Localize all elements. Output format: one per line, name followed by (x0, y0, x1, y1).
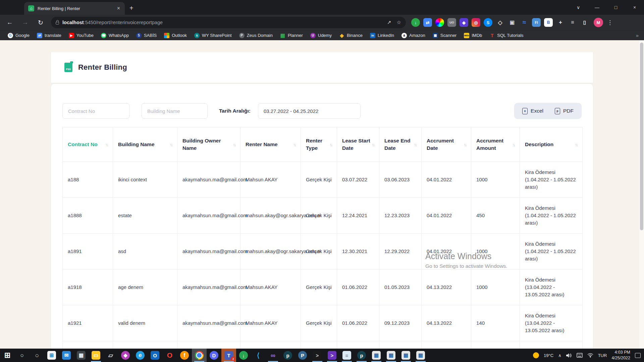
extension-icon-google-translate[interactable]: ⇄ (423, 18, 432, 27)
sort-icon[interactable]: ↑↓ (105, 142, 108, 147)
bookmark-item-wy-sharepoint[interactable]: s WY SharePoint (191, 32, 235, 39)
window-maximize-button[interactable]: □ (606, 0, 625, 15)
sort-icon[interactable]: ↑↓ (293, 142, 296, 147)
taskbar-icon-powershell[interactable]: > (325, 349, 339, 362)
column-header-Lease Start Date[interactable]: Lease Start Date ↑↓ (337, 127, 379, 162)
bookmark-item-zeus-domain[interactable]: P Zeus Domain (236, 32, 276, 39)
taskbar-icon-outlook[interactable]: O (148, 349, 162, 362)
taskbar-icon-vscode[interactable]: ⟨ (251, 349, 266, 362)
taskbar-icon-postgresql[interactable]: P (295, 349, 310, 362)
sort-icon[interactable]: ↑↓ (512, 142, 515, 147)
bookmark-item-imdb[interactable]: IMDb IMDb (461, 32, 485, 39)
taskbar-icon-mail[interactable]: ✉ (59, 349, 74, 362)
extension-icon-color-wheel[interactable] (435, 18, 444, 27)
extension-icon-ublock-origin[interactable]: UO (447, 18, 456, 27)
column-header-Accrument Date[interactable]: Accrument Date ↑↓ (422, 127, 471, 162)
extension-icon-extensions-puzzle[interactable]: + (556, 18, 565, 27)
refresh-button[interactable]: ↻ (35, 17, 46, 28)
profile-avatar[interactable]: M (594, 18, 603, 27)
column-header-Contract No[interactable]: Contract No ↑↓ (63, 127, 113, 162)
taskbar-icon-chrome[interactable] (192, 349, 207, 362)
extension-icon-shazam[interactable]: S (484, 18, 492, 27)
taskbar-icon-store[interactable]: ⊞ (44, 349, 59, 362)
window-minimize-button[interactable]: — (588, 0, 606, 15)
bookmark-item-udemy[interactable]: U Udemy (307, 32, 335, 39)
weather-icon[interactable] (533, 352, 539, 358)
taskbar-icon-sql-window-4[interactable]: ▦ (413, 349, 428, 362)
extension-icon-wave[interactable]: ≈ (520, 18, 529, 27)
extension-icon-sidebar[interactable]: ▯ (580, 18, 589, 27)
share-icon[interactable]: ↗ (387, 19, 391, 25)
bookmarks-overflow-icon[interactable]: » (636, 33, 639, 38)
taskbar-icon-calculator[interactable]: ▦ (74, 349, 89, 362)
bookmark-star-icon[interactable]: ☆ (397, 19, 401, 25)
bookmark-item-outlook[interactable]: Outlook (161, 32, 190, 39)
column-header-Description[interactable]: Description ↑↓ (520, 127, 583, 162)
sort-icon[interactable]: ↑↓ (464, 142, 466, 147)
lock-icon[interactable] (56, 22, 59, 24)
new-tab-button[interactable]: + (129, 4, 133, 12)
bookmark-item-sabis[interactable]: S SABİS (133, 32, 160, 39)
extension-icon-idm[interactable]: ↓ (411, 18, 420, 27)
sort-icon[interactable]: ↑↓ (233, 142, 235, 147)
taskbar-icon-notepad[interactable]: ≡ (339, 349, 354, 362)
extension-icon-b-letter[interactable]: B (544, 18, 553, 27)
bookmark-item-sql-tutorials[interactable]: T SQL Tutorials (486, 32, 526, 39)
sort-icon[interactable]: ↑↓ (372, 142, 374, 147)
bookmark-item-linkedin[interactable]: in LinkedIn (367, 32, 397, 39)
column-header-Renter Name[interactable]: Renter Name ↑↓ (240, 127, 301, 162)
browser-tab[interactable]: ⌂ Renter Billing | Renter × (24, 2, 125, 15)
taskbar-clock[interactable]: 4:03 PM 4/25/2022 (611, 350, 630, 361)
extension-icon-instagram[interactable]: ◎ (472, 18, 480, 27)
building-name-input[interactable] (142, 103, 208, 119)
back-button[interactable]: ← (4, 17, 15, 28)
taskbar-icon-sql-window-2[interactable]: ▦ (384, 349, 398, 362)
taskbar-icon-display-connect[interactable]: ▱ (103, 349, 118, 362)
taskbar-icon-edge[interactable]: e (133, 349, 148, 362)
pdf-export-button[interactable]: p PDF (550, 105, 578, 117)
browser-menu-icon[interactable]: ⋮ (607, 19, 613, 26)
tab-search-chevron-icon[interactable]: ∨ (569, 0, 588, 15)
taskbar-icon-pgadmin[interactable]: p (280, 349, 295, 362)
taskbar-icon-sql-window-3[interactable]: ▦ (398, 349, 413, 362)
address-bar[interactable]: localhost:5450/report/renterinvoicerepor… (51, 17, 406, 28)
excel-export-button[interactable]: x Excel (518, 105, 548, 117)
taskbar-icon-search[interactable]: ○ (15, 349, 30, 362)
sort-icon[interactable]: ↑↓ (170, 142, 172, 147)
column-header-Accrument Amount[interactable]: Accrument Amount ↑↓ (471, 127, 520, 162)
sort-icon[interactable]: ↑↓ (329, 142, 332, 147)
taskbar-icon-paint-3d[interactable]: ◆ (118, 349, 133, 362)
taskbar-icon-visual-studio[interactable]: ∞ (266, 349, 280, 362)
sort-icon[interactable]: ↑↓ (575, 142, 577, 147)
column-header-Lease End Date[interactable]: Lease End Date ↑↓ (379, 127, 422, 162)
taskbar-icon-discord[interactable]: D (207, 349, 221, 362)
taskbar-icon-opera[interactable]: O (162, 349, 177, 362)
touch-keyboard-icon[interactable] (577, 353, 583, 358)
bookmark-item-youtube[interactable]: ▶ YouTube (66, 32, 97, 39)
tab-close-icon[interactable]: × (116, 5, 121, 11)
taskbar-icon-file-explorer[interactable]: ▭ (89, 349, 103, 362)
extension-icon-camera[interactable]: ▣ (508, 18, 517, 27)
taskbar-icon-start[interactable]: ⊞ (0, 349, 15, 362)
taskbar-icon-cortana[interactable]: ○ (30, 349, 44, 362)
extension-icon-media-list[interactable]: ≡ (568, 18, 577, 27)
bookmark-item-google[interactable]: G Google (5, 32, 33, 39)
action-center-icon[interactable] (635, 353, 641, 358)
taskbar-icon-pgadmin-2[interactable]: p (354, 349, 369, 362)
wifi-icon[interactable] (587, 353, 593, 358)
bookmark-item-translate[interactable]: ⇄ translate (34, 32, 64, 39)
bookmark-item-binance[interactable]: ◆ Binance (336, 32, 366, 39)
taskbar-icon-sql-window-1[interactable]: ▦ (369, 349, 384, 362)
language-indicator[interactable]: TUR (598, 353, 607, 358)
extension-icon-shield[interactable]: ◇ (496, 18, 504, 27)
temperature-label[interactable]: 19°C (544, 353, 553, 358)
column-header-Building Name[interactable]: Building Name ↑↓ (113, 127, 177, 162)
bookmark-item-whatsapp[interactable]: ☎ WhatsApp (98, 32, 132, 39)
bookmark-item-amazon[interactable]: a Amazon (398, 32, 428, 39)
volume-icon[interactable] (566, 353, 572, 358)
column-header-Building Owner Name[interactable]: Building Owner Name ↑↓ (177, 127, 240, 162)
page-scrollbar[interactable] (639, 40, 644, 349)
date-range-input[interactable] (258, 103, 361, 119)
bookmark-item-scanner[interactable]: ▣ Scanner (430, 32, 460, 39)
scrollbar-thumb[interactable] (640, 43, 643, 230)
